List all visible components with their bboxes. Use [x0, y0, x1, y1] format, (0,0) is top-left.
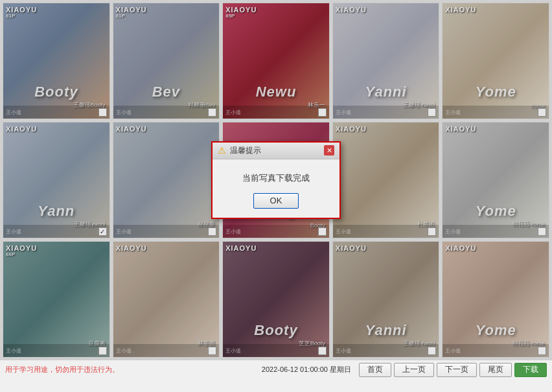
dialog-ok-button[interactable]: OK	[253, 193, 299, 209]
dialog-titlebar: ⚠ 温馨提示 ✕	[213, 143, 339, 159]
last-page-button[interactable]: 尾页	[479, 363, 512, 377]
bottom-datetime: 2022-06-12 01:00:00 星期日	[262, 365, 351, 375]
dialog-close-button[interactable]: ✕	[324, 145, 334, 156]
dialog-overlay: ⚠ 温馨提示 ✕ 当前写真下载完成 OK	[0, 0, 552, 360]
next-page-button[interactable]: 下一页	[437, 363, 477, 377]
bottom-bar: 用于学习用途，切勿用于违法行为。 2022-06-12 01:00:00 星期日…	[0, 360, 552, 379]
dialog-title: 温馨提示	[230, 145, 324, 156]
first-page-button[interactable]: 首页	[359, 363, 391, 377]
download-button[interactable]: 下载	[514, 363, 547, 377]
dialog-info-icon: ⚠	[218, 145, 226, 156]
dialog-box: ⚠ 温馨提示 ✕ 当前写真下载完成 OK	[211, 141, 341, 219]
bottom-notice: 用于学习用途，切勿用于违法行为。	[5, 365, 259, 375]
dialog-message: 当前写真下载完成	[223, 172, 329, 184]
dialog-body: 当前写真下载完成 OK	[213, 159, 339, 218]
prev-page-button[interactable]: 上一页	[394, 363, 434, 377]
